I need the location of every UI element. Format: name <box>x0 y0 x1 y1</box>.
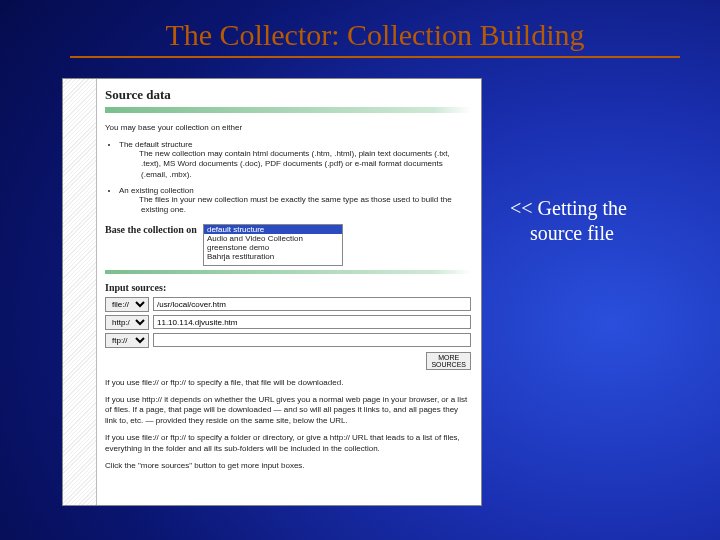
annotation-line-2: source file <box>530 222 614 244</box>
base-collection-row: Base the collection on default structure… <box>105 224 471 266</box>
source-row: http:// <box>105 315 471 330</box>
collector-panel: Source data You may base your collection… <box>62 78 482 506</box>
divider-bar <box>105 107 471 113</box>
option-1-description: The new collection may contain html docu… <box>141 149 471 180</box>
slide-title: The Collector: Collection Building <box>70 18 680 58</box>
help-text-file: If you use file:// or ftp:// to specify … <box>105 378 471 389</box>
collection-picker[interactable]: default structure Audio and Video Collec… <box>203 224 343 266</box>
protocol-select[interactable]: ftp:// <box>105 333 149 348</box>
divider-bar <box>105 270 471 274</box>
collection-listbox[interactable]: default structure Audio and Video Collec… <box>203 224 343 266</box>
more-sources-wrap: MORE SOURCES <box>105 352 471 370</box>
option-2-description: The files in your new collection must be… <box>141 195 471 216</box>
intro-text: You may base your collection on either <box>105 123 471 134</box>
input-sources-label: Input sources: <box>105 282 471 293</box>
base-label: Base the collection on <box>105 224 197 235</box>
listbox-option[interactable]: Bahrja restituration <box>204 252 342 261</box>
option-2-label: An existing collection <box>119 186 194 195</box>
source-input[interactable] <box>153 297 471 311</box>
protocol-select[interactable]: file:// <box>105 297 149 312</box>
help-text-dir: If you use file:// or ftp:// to specify … <box>105 433 471 455</box>
options-list: The default structure The new collection… <box>119 140 471 216</box>
source-input[interactable] <box>153 333 471 347</box>
panel-sidebar <box>63 79 97 505</box>
listbox-option[interactable]: greenstone demo <box>204 243 342 252</box>
help-text-more: Click the "more sources" button to get m… <box>105 461 471 472</box>
more-sources-button[interactable]: MORE SOURCES <box>426 352 471 370</box>
source-row: ftp:// <box>105 333 471 348</box>
protocol-select[interactable]: http:// <box>105 315 149 330</box>
help-text-http: If you use http:// it depends on whether… <box>105 395 471 427</box>
panel-heading: Source data <box>105 87 471 103</box>
source-input[interactable] <box>153 315 471 329</box>
option-default-structure: The default structure The new collection… <box>119 140 471 180</box>
source-row: file:// <box>105 297 471 312</box>
more-sources-line1: MORE <box>438 354 459 361</box>
annotation-line-1: << Getting the <box>510 197 627 219</box>
listbox-option-selected[interactable]: default structure <box>204 225 342 234</box>
listbox-option[interactable]: Audio and Video Collection <box>204 234 342 243</box>
option-existing-collection: An existing collection The files in your… <box>119 186 471 216</box>
option-1-label: The default structure <box>119 140 192 149</box>
annotation-text: << Getting the source file <box>510 196 690 246</box>
panel-content: Source data You may base your collection… <box>97 79 481 505</box>
more-sources-line2: SOURCES <box>431 361 466 368</box>
